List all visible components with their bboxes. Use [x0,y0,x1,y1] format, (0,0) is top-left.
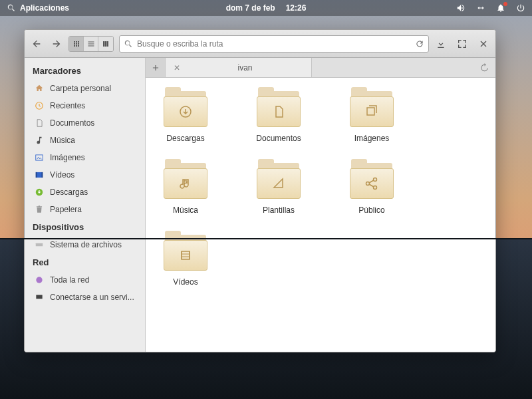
sidebar: Marcadores Carpeta personal Recientes Do… [25,58,146,352]
pictures-icon [34,152,45,163]
search-icon[interactable] [7,3,16,13]
search-icon [124,39,133,49]
folder-icon [350,91,394,127]
top-panel: Aplicaciones dom 7 de feb 12:26 [0,0,532,16]
panel-date[interactable]: dom 7 de feb [226,3,275,13]
desktop-wallpaper: Aplicaciones dom 7 de feb 12:26 [0,0,532,399]
sidebar-item-pictures[interactable]: Imágenes [25,149,145,166]
folder-label: Público [358,205,384,215]
search-input[interactable] [137,39,411,49]
trash-icon [34,204,45,215]
view-switcher [68,36,114,52]
sidebar-item-videos[interactable]: Vídeos [25,166,145,184]
svg-point-7 [36,277,42,283]
sidebar-item-documents[interactable]: Documentos [25,114,145,132]
folder-label: Documentos [256,134,301,143]
view-icons[interactable] [69,37,84,51]
tab-bar: ✕ ivan [146,58,495,78]
svg-point-10 [366,182,370,186]
svg-point-12 [374,186,377,190]
svg-rect-13 [182,251,190,259]
folder-vídeos[interactable]: Vídeos [152,235,219,287]
toolbar [25,30,495,58]
folder-icon [164,91,207,127]
folder-label: Imágenes [354,134,390,143]
bookmarks-header: Marcadores [25,62,145,80]
folder-descargas[interactable]: Descargas [152,91,219,143]
devices-header: Dispositivos [25,218,145,236]
notifications-icon[interactable] [496,3,505,13]
folder-label: Música [173,205,198,215]
folder-icon [164,235,207,271]
sidebar-item-network[interactable]: Toda la red [25,271,145,289]
clock-icon [34,100,45,111]
folder-icon [257,91,301,127]
svg-rect-4 [42,172,43,178]
home-icon [34,83,45,94]
svg-rect-6 [36,243,43,247]
folder-label: Vídeos [173,277,198,287]
folder-label: Descargas [166,134,204,143]
tab-label: ivan [187,63,303,72]
music-icon [34,135,45,146]
svg-rect-3 [36,172,37,178]
folder-imágenes[interactable]: Imágenes [338,91,405,143]
sidebar-item-downloads[interactable]: Descargas [25,184,145,201]
server-icon [34,292,45,303]
download-button[interactable] [434,37,448,51]
svg-rect-8 [36,295,42,299]
path-search[interactable] [119,35,429,53]
forward-button[interactable] [50,37,63,51]
document-icon [34,118,45,128]
view-columns[interactable] [98,37,113,51]
folder-música[interactable]: Música [152,163,219,215]
tab-close-icon[interactable]: ✕ [174,63,180,72]
power-icon[interactable] [516,3,525,13]
view-list[interactable] [84,37,98,51]
network-icon[interactable] [476,3,485,13]
panel-time[interactable]: 12:26 [286,3,307,13]
folder-documentos[interactable]: Documentos [245,91,312,143]
refresh-icon[interactable] [415,39,424,49]
volume-icon[interactable] [456,3,466,13]
folder-plantillas[interactable]: Plantillas [245,163,312,215]
sidebar-item-filesystem[interactable]: Sistema de archivos [25,236,145,253]
tab-ivan[interactable]: ✕ ivan [166,58,312,77]
history-button[interactable] [473,58,495,77]
folder-icon [164,163,207,199]
content-area: ✕ ivan DescargasDocumentosImágenesMúsica… [146,58,495,352]
folder-icon [257,163,301,199]
file-grid[interactable]: DescargasDocumentosImágenesMúsicaPlantil… [146,78,495,352]
globe-icon [34,275,45,285]
sidebar-item-home[interactable]: Carpeta personal [25,80,145,97]
sidebar-item-recent[interactable]: Recientes [25,97,145,114]
svg-rect-1 [36,155,43,160]
sidebar-item-music[interactable]: Música [25,132,145,149]
fullscreen-button[interactable] [456,37,469,51]
network-header: Red [25,253,145,271]
file-manager-window: Marcadores Carpeta personal Recientes Do… [24,29,496,352]
svg-point-11 [374,178,377,182]
folder-label: Plantillas [263,205,295,215]
video-icon [34,170,45,180]
download-icon [34,187,45,198]
applications-menu[interactable]: Aplicaciones [20,3,69,13]
sidebar-item-connect-server[interactable]: Conectarse a un servi... [25,289,145,306]
sidebar-item-trash[interactable]: Papelera [25,201,145,218]
folder-público[interactable]: Público [338,163,405,215]
folder-icon [350,163,394,199]
close-button[interactable] [477,37,490,51]
new-tab-button[interactable] [146,58,166,77]
disk-icon [34,239,45,250]
back-button[interactable] [30,37,43,51]
